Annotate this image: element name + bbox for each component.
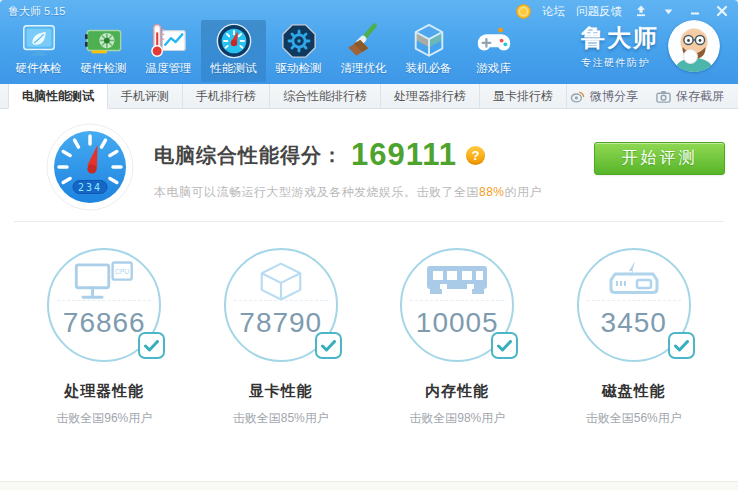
toolbar-label: 装机必备 — [406, 61, 452, 76]
gpu-score-circle: 78790 — [224, 248, 338, 362]
gauge-badge-value: 234 — [78, 182, 102, 193]
overall-score-title: 电脑综合性能得分： — [154, 142, 343, 169]
window-title: 鲁大师 5.15 — [8, 4, 65, 19]
weibo-share-button[interactable]: 微博分享 — [570, 88, 638, 105]
score-card-cpu: CPU 76866 处理器性能 击败全国96%用户 — [16, 248, 193, 427]
toolbar-item-game-library[interactable]: 游戏库 — [461, 20, 526, 82]
tab-overall-ranking[interactable]: 综合性能排行榜 — [270, 84, 381, 108]
tab-cpu-ranking[interactable]: 处理器排行榜 — [381, 84, 480, 108]
disk-score-circle: 3450 — [577, 248, 691, 362]
toolbar-label: 游戏库 — [476, 61, 511, 76]
memory-score-circle: 10005 — [400, 248, 514, 362]
gamepad-icon — [475, 22, 513, 60]
save-screenshot-button[interactable]: 保存截屏 — [656, 88, 724, 105]
check-icon — [668, 332, 695, 359]
forum-link[interactable]: 论坛 — [542, 4, 565, 19]
app-window: 鲁大师 5.15 论坛 问题反馈 — [0, 0, 738, 490]
toolbar-label: 清理优化 — [341, 61, 387, 76]
cpu-icon: CPU — [49, 250, 159, 300]
cpu-beat-text: 击败全国96%用户 — [16, 410, 193, 427]
score-card-memory: 10005 内存性能 击败全国98%用户 — [369, 248, 546, 427]
help-icon[interactable]: ? — [466, 146, 485, 165]
coin-icon[interactable] — [515, 4, 531, 18]
toolbar-label: 硬件检测 — [81, 61, 127, 76]
tab-bar: 电脑性能测试 手机评测 手机排行榜 综合性能排行榜 处理器排行榜 显卡排行榜 微… — [0, 84, 738, 109]
toolbar-item-performance-test[interactable]: 性能测试 — [201, 20, 266, 82]
title-bar: 鲁大师 5.15 论坛 问题反馈 — [0, 0, 738, 20]
gpu-beat-text: 击败全国85%用户 — [193, 410, 370, 427]
disk-icon — [579, 250, 689, 300]
mascot-avatar — [668, 20, 720, 72]
cube-icon — [410, 22, 448, 60]
subtitle-suffix: 的用户 — [505, 185, 543, 199]
score-subtitle: 本电脑可以流畅运行大型游戏及各种发烧娱乐。击败了全国88%的用户 — [154, 184, 542, 201]
feedback-link[interactable]: 问题反馈 — [576, 4, 622, 19]
tab-pc-performance-test[interactable]: 电脑性能测试 — [8, 84, 108, 109]
gpu-card-icon — [85, 22, 123, 60]
toolbar-label: 驱动检测 — [276, 61, 322, 76]
window-chrome: 鲁大师 5.15 论坛 问题反馈 — [0, 0, 738, 84]
circle-divider — [234, 300, 328, 301]
gear-hexagon-icon — [280, 22, 318, 60]
brand-area: 鲁大师 专注硬件防护 — [581, 20, 732, 72]
weibo-share-label: 微博分享 — [590, 88, 638, 105]
start-benchmark-button[interactable]: 开始评测 — [594, 142, 725, 175]
save-screenshot-label: 保存截屏 — [676, 88, 724, 105]
camera-icon — [656, 89, 671, 104]
overall-score-value: 169111 — [351, 137, 457, 173]
gauge-icon — [215, 22, 253, 60]
cpu-score-circle: CPU 76866 — [47, 248, 161, 362]
score-header: 234 电脑综合性能得分： 169111 ? 本电脑可以流畅运行大型游戏及各种发… — [0, 109, 738, 213]
tab-phone-ranking[interactable]: 手机排行榜 — [183, 84, 270, 108]
toolbar-item-temperature[interactable]: 温度管理 — [136, 20, 201, 82]
check-icon — [491, 332, 518, 359]
disk-score-label: 磁盘性能 — [546, 382, 723, 401]
memory-beat-text: 击败全国98%用户 — [369, 410, 546, 427]
weibo-icon — [570, 89, 585, 104]
toolbar-label: 温度管理 — [146, 61, 192, 76]
update-icon[interactable] — [633, 4, 649, 18]
score-card-disk: 3450 磁盘性能 击败全国56%用户 — [546, 248, 723, 427]
tab-gpu-ranking[interactable]: 显卡排行榜 — [480, 84, 567, 108]
toolbar-item-cleanup[interactable]: 清理优化 — [331, 20, 396, 82]
brand-logo-text: 鲁大师 — [581, 22, 659, 54]
gpu-cube-icon — [226, 250, 336, 300]
beat-percentage: 88% — [479, 185, 505, 199]
skin-menu-icon[interactable] — [660, 4, 676, 18]
score-card-gpu: 78790 显卡性能 击败全国85%用户 — [193, 248, 370, 427]
gpu-score-label: 显卡性能 — [193, 382, 370, 401]
memory-score-label: 内存性能 — [369, 382, 546, 401]
toolbar-label: 硬件体检 — [16, 61, 62, 76]
toolbar-item-pc-builder[interactable]: 装机必备 — [396, 20, 461, 82]
toolbar-label: 性能测试 — [211, 61, 257, 76]
toolbar-item-hardware-test[interactable]: 硬件检测 — [71, 20, 136, 82]
score-cards: CPU 76866 处理器性能 击败全国96%用户 78 — [0, 222, 738, 427]
memory-icon — [402, 250, 512, 300]
taskbar-edge — [0, 481, 738, 490]
circle-divider — [410, 300, 504, 301]
close-button[interactable] — [714, 4, 730, 18]
check-icon — [138, 332, 165, 359]
tab-phone-review[interactable]: 手机评测 — [108, 84, 183, 108]
circle-divider — [57, 300, 151, 301]
cpu-chip-label: CPU — [115, 268, 129, 275]
thermometer-icon — [150, 22, 188, 60]
speedometer-icon: 234 — [46, 123, 134, 211]
toolbar-item-hardware-checkup[interactable]: 硬件体检 — [6, 20, 71, 82]
main-toolbar: 硬件体检 硬件检测 温度管理 性能测试 — [0, 20, 738, 84]
monitor-leaf-icon — [20, 22, 58, 60]
circle-divider — [587, 300, 681, 301]
check-icon — [315, 332, 342, 359]
minimize-button[interactable] — [687, 4, 703, 18]
brand-tagline: 专注硬件防护 — [581, 56, 659, 70]
main-content: 234 电脑综合性能得分： 169111 ? 本电脑可以流畅运行大型游戏及各种发… — [0, 109, 738, 481]
disk-beat-text: 击败全国56%用户 — [546, 410, 723, 427]
broom-icon — [345, 22, 383, 60]
subtitle-text: 本电脑可以流畅运行大型游戏及各种发烧娱乐。击败了全国 — [154, 185, 479, 199]
toolbar-item-driver-check[interactable]: 驱动检测 — [266, 20, 331, 82]
cpu-score-label: 处理器性能 — [16, 382, 193, 401]
